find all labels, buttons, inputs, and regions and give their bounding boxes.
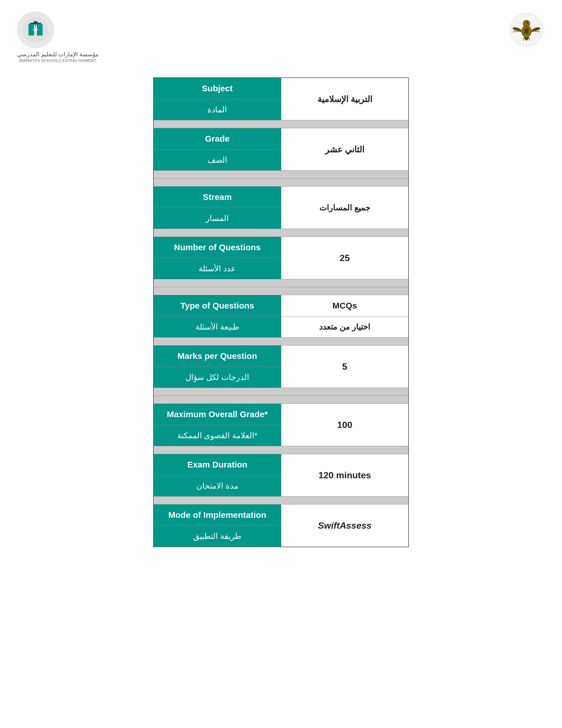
right-logo [508, 11, 545, 48]
subject-value: التربية الإسلامية [281, 78, 408, 120]
mode-value: SwiftAssess [281, 504, 408, 547]
spacer-cell-10 [154, 446, 408, 454]
exam-duration-en-row: Exam Duration 120 minutes [154, 454, 408, 475]
spacer-3 [154, 179, 408, 187]
spacer-cell-5 [154, 279, 408, 287]
spacer-6 [154, 287, 408, 295]
marks-en-label: Marks per Question [154, 346, 281, 367]
marks-en-row: Marks per Question 5 [154, 346, 408, 367]
spacer-cell-9 [154, 396, 408, 404]
subject-en-row: Subject التربية الإسلامية [154, 78, 408, 99]
info-table: Subject التربية الإسلامية المادة Grade ا… [153, 77, 409, 547]
type-questions-ar-row: طبيعة الأسئلة اختيار من متعدد [154, 317, 408, 338]
grade-value: الثاني عشر [281, 128, 408, 171]
left-logo-text: مؤسسة الإمارات للتعليم المدرسي EMIRATES … [17, 51, 99, 63]
subject-ar-label: المادة [154, 99, 281, 120]
max-grade-en-row: Maximum Overall Grade* 100 [154, 404, 408, 425]
stream-ar-label: المسار [154, 208, 281, 229]
spacer-cell-11 [154, 497, 408, 504]
svg-rect-12 [524, 28, 528, 30]
spacer-8 [154, 388, 408, 396]
spacer-10 [154, 446, 408, 454]
max-grade-en-label: Maximum Overall Grade* [154, 404, 281, 425]
exam-duration-ar-label: مدة الامتحان [154, 475, 281, 497]
main-content: Subject التربية الإسلامية المادة Grade ا… [0, 72, 562, 564]
spacer-11 [154, 497, 408, 504]
mode-ar-label: طريقة التطبيق [154, 526, 281, 547]
spacer-2 [154, 171, 408, 179]
stream-en-row: Stream جميع المسارات [154, 187, 408, 208]
spacer-cell-8 [154, 388, 408, 396]
spacer-cell-6 [154, 287, 408, 295]
mode-en-label: Mode of Implementation [154, 504, 281, 526]
page-header: مؤسسة الإمارات للتعليم المدرسي EMIRATES … [0, 0, 562, 72]
grade-en-row: Grade الثاني عشر [154, 128, 408, 150]
type-questions-en-row: Type of Questions MCQs [154, 295, 408, 317]
exam-duration-value: 120 minutes [281, 454, 408, 497]
spacer-5 [154, 279, 408, 287]
spacer-1 [154, 120, 408, 128]
left-logo-english: EMIRATES SCHOOLS ESTABLISHMENT [17, 58, 99, 63]
num-questions-ar-label: عدد الأسئلة [154, 258, 281, 279]
type-questions-en-label: Type of Questions [154, 295, 281, 317]
svg-point-15 [527, 22, 528, 23]
spacer-9 [154, 396, 408, 404]
marks-ar-label: الدرجات لكل سؤال [154, 367, 281, 388]
exam-duration-en-label: Exam Duration [154, 454, 281, 475]
spacer-cell-7 [154, 338, 408, 346]
grade-ar-label: الصف [154, 150, 281, 171]
logo-circle-left [17, 11, 54, 48]
spacer-cell-2 [154, 171, 408, 179]
type-questions-ar-value: اختيار من متعدد [281, 317, 408, 338]
spacer-cell-1 [154, 120, 408, 128]
left-logo: مؤسسة الإمارات للتعليم المدرسي EMIRATES … [17, 11, 99, 63]
type-questions-en-value: MCQs [281, 295, 408, 317]
num-questions-en-label: Number of Questions [154, 237, 281, 258]
left-logo-arabic: مؤسسة الإمارات للتعليم المدرسي [17, 51, 99, 58]
spacer-cell-4 [154, 229, 408, 237]
max-grade-ar-label: العلامة القصوى الممكنة* [154, 425, 281, 446]
stream-value: جميع المسارات [281, 187, 408, 229]
type-questions-ar-label: طبيعة الأسئلة [154, 317, 281, 338]
grade-en-label: Grade [154, 128, 281, 150]
num-questions-en-row: Number of Questions 25 [154, 237, 408, 258]
num-questions-value: 25 [281, 237, 408, 279]
spacer-4 [154, 229, 408, 237]
subject-en-label: Subject [154, 78, 281, 99]
mode-en-row: Mode of Implementation SwiftAssess [154, 504, 408, 526]
stream-en-label: Stream [154, 187, 281, 208]
max-grade-value: 100 [281, 404, 408, 446]
marks-value: 5 [281, 346, 408, 388]
spacer-7 [154, 338, 408, 346]
spacer-cell-3 [154, 179, 408, 187]
